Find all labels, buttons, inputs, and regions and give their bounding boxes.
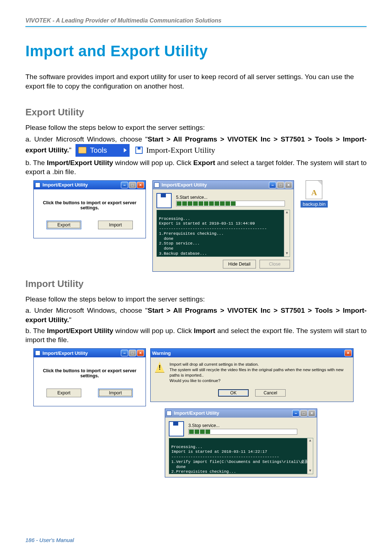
export-button[interactable]: Export [46, 221, 81, 229]
backup-file-name: backup.bin [301, 201, 328, 208]
import-step-b-mid1: window will pop up. Click [113, 327, 194, 335]
warning-icon: ! [155, 362, 164, 373]
dialog-instruction: Click the buttons to import or export se… [38, 368, 141, 378]
progress-status: 5.Start service... [176, 195, 285, 200]
titlebar[interactable]: Import/Export Utility – □ × [165, 409, 317, 418]
import-step-b: b. The Import/Export Utility window will… [25, 326, 367, 345]
import-step-b-bold1: Import/Export Utility [47, 327, 113, 335]
export-step-a-prefix: a. Under Microsoft Windows, choose " [25, 135, 148, 143]
export-lead: Please follow the steps below to export … [25, 123, 367, 132]
app-icon [35, 350, 40, 356]
minimize-button[interactable]: – [269, 182, 276, 188]
floppy-icon [135, 147, 143, 154]
export-button[interactable]: Export [46, 389, 81, 397]
scrollbar[interactable]: ▲ ▼ [284, 210, 290, 257]
log-text: Processing... Export is started at 2010-… [159, 217, 267, 257]
scroll-up-icon[interactable]: ▲ [309, 438, 311, 444]
import-step-b-pre: b. The [25, 327, 47, 335]
minimize-button[interactable]: – [121, 350, 128, 356]
export-step-b: b. The Import/Export Utility window will… [25, 158, 367, 177]
export-step-b-bold1: Import/Export Utility [47, 159, 113, 167]
close-button-dialog[interactable]: Close [260, 260, 290, 268]
cancel-button[interactable]: Cancel [255, 389, 286, 397]
scroll-up-icon[interactable]: ▲ [285, 210, 288, 216]
import-step-b-bold2: Import [194, 327, 215, 335]
thin-rule [25, 28, 367, 28]
ok-button[interactable]: OK [218, 389, 249, 397]
menu-item-import-export[interactable]: Import-Export Utility [135, 145, 215, 156]
export-step-b-pre: b. The [25, 159, 47, 167]
warning-line1: Import will drop all current settings in… [170, 362, 349, 367]
progress-bar [188, 429, 297, 435]
header-text: VIVOTEK - A Leading Provider of Multimed… [25, 17, 367, 26]
import-dialog-initial: Import/Export Utility – □ × Click the bu… [33, 348, 146, 406]
floppy-icon [156, 193, 172, 208]
close-button[interactable]: × [285, 182, 292, 188]
import-button[interactable]: Import [98, 389, 133, 397]
titlebar[interactable]: Import/Export Utility – □ × [34, 181, 146, 189]
caret-right-icon [124, 148, 127, 152]
import-step-a-prefix: a. Under Microsoft Windows, choose " [25, 307, 148, 314]
export-dialog-progress: Import/Export Utility – □ × 5.Start serv… [152, 180, 294, 272]
dialog-instruction: Click the buttons to import or export se… [38, 200, 141, 210]
scroll-down-icon[interactable]: ▼ [309, 468, 311, 474]
close-button[interactable]: × [344, 350, 352, 356]
warning-dialog: Warning × ! Import will drop all current… [150, 348, 354, 402]
import-lead: Please follow the steps below to import … [25, 295, 367, 304]
backup-file[interactable]: A backup.bin [301, 180, 328, 208]
window-title: Import/Export Utility [42, 350, 88, 356]
export-step-b-mid1: window will pop up. Click [113, 159, 193, 167]
folder-icon [78, 147, 86, 153]
titlebar[interactable]: Warning × [151, 349, 353, 357]
export-dialog-initial: Import/Export Utility – □ × Click the bu… [33, 180, 146, 238]
import-dialog-progress: Import/Export Utility – □ × 3.Stop servi… [165, 409, 317, 477]
scrollbar[interactable]: ▲ ▼ [307, 438, 313, 474]
import-button[interactable]: Import [98, 221, 133, 229]
menu-item-tools[interactable]: Tools [75, 144, 130, 157]
menu-tools-label: Tools [90, 145, 107, 155]
floppy-icon [169, 421, 184, 436]
import-step-a: a. Under Microsoft Windows, choose "Star… [25, 306, 367, 324]
page-title: Import and Export Utility [25, 42, 367, 60]
window-title: Import/Export Utility [162, 182, 207, 188]
maximize-button[interactable]: □ [129, 182, 136, 188]
intro-paragraph: The software provides import and export … [25, 72, 367, 91]
export-screens-row: Import/Export Utility – □ × Click the bu… [33, 180, 367, 272]
progress-bar [176, 201, 285, 206]
export-step-b-bold2: Export [193, 159, 215, 167]
titlebar[interactable]: Import/Export Utility – □ × [34, 349, 146, 357]
menu-illustration: Tools Import-Export Utility [75, 144, 215, 157]
minimize-button[interactable]: – [292, 410, 299, 416]
progress-status: 3.Stop service... [188, 423, 297, 428]
maximize-button[interactable]: □ [129, 350, 136, 356]
window-title: Import/Export Utility [174, 410, 219, 416]
file-glyph: A [311, 188, 317, 197]
export-heading: Export Utility [25, 107, 367, 118]
accent-rule [25, 26, 367, 27]
hide-detail-button[interactable]: Hide Detail [223, 260, 256, 268]
minimize-button[interactable]: – [121, 182, 128, 188]
import-right-stack: Warning × ! Import will drop all current… [150, 348, 354, 477]
scroll-down-icon[interactable]: ▼ [285, 251, 288, 257]
app-icon [167, 411, 172, 416]
close-button[interactable]: × [137, 350, 144, 356]
close-button[interactable]: × [308, 410, 315, 416]
maximize-button[interactable]: □ [300, 410, 307, 416]
window-title: Warning [152, 350, 171, 356]
log-box: Processing... Export is started at 2010-… [156, 210, 290, 257]
export-step-a: a. Under Microsoft Windows, choose "Star… [25, 135, 367, 157]
app-icon [35, 182, 40, 188]
app-icon [154, 182, 159, 188]
warning-text: Import will drop all current settings in… [170, 362, 349, 383]
maximize-button[interactable]: □ [277, 182, 284, 188]
menu-ie-label: Import-Export Utility [146, 145, 215, 156]
close-button[interactable]: × [137, 182, 144, 188]
warning-line2: The system will still recycle the video … [170, 367, 349, 378]
log-text: Processing... Import is started at 2010-… [171, 445, 313, 474]
titlebar[interactable]: Import/Export Utility – □ × [153, 181, 294, 189]
page-footer: 186 - User's Manual [25, 537, 74, 543]
log-box: Processing... Import is started at 2010-… [169, 438, 313, 474]
warning-line3: Would you like to continue? [170, 378, 349, 383]
file-icon: A [306, 180, 322, 199]
export-step-a-suffix: " [69, 146, 72, 153]
